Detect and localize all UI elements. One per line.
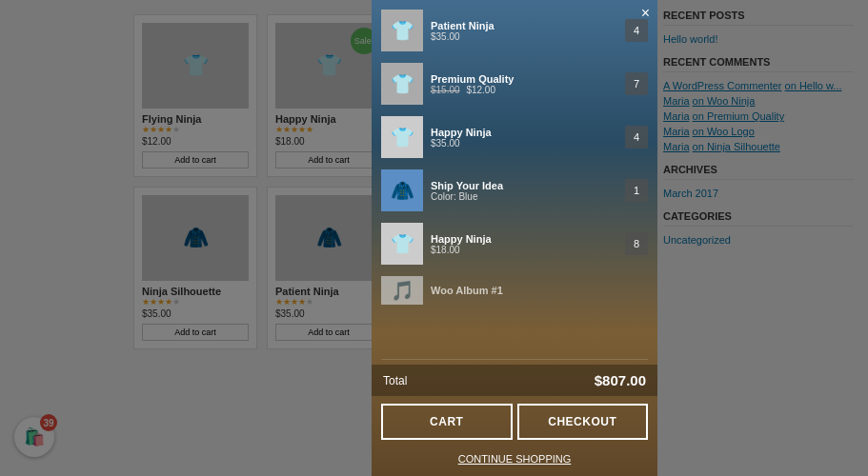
cart-modal: × 👕 Patient Ninja $35.00 4 👕 Premi	[372, 0, 657, 476]
cart-item-thumbnail: 🎵	[381, 276, 423, 305]
cart-total-label: Total	[383, 374, 407, 387]
cart-item-info: Woo Album #1	[423, 285, 648, 296]
cart-item-name: Premium Quality	[431, 73, 617, 85]
cart-item-info: Patient Ninja $35.00	[423, 20, 625, 42]
cart-item: 🧥 Ship Your Idea Color: Blue 1	[381, 169, 648, 211]
cart-item-price: $35.00	[431, 138, 617, 149]
price-old: $15.00	[431, 85, 460, 95]
cart-item-qty: 4	[625, 19, 648, 42]
cart-items-list: 👕 Patient Ninja $35.00 4 👕 Premium Quali…	[372, 0, 657, 359]
cart-item: 🎵 Woo Album #1	[381, 276, 648, 305]
cart-item: 👕 Patient Ninja $35.00 4	[381, 10, 648, 51]
cart-item-name: Woo Album #1	[431, 285, 640, 296]
cart-item-info: Premium Quality $15.00 $12.00	[423, 73, 625, 95]
cart-item-qty: 8	[625, 232, 648, 255]
cart-divider	[381, 359, 648, 360]
cart-item: 👕 Happy Ninja $18.00 8	[381, 223, 648, 265]
cart-item-name: Ship Your Idea	[431, 180, 617, 191]
cart-item-price: Color: Blue	[431, 191, 617, 202]
cart-item: 👕 Premium Quality $15.00 $12.00 7	[381, 63, 648, 105]
cart-item-name: Happy Ninja	[431, 233, 617, 245]
checkout-button[interactable]: CHECKOUT	[517, 404, 649, 440]
cart-modal-content: × 👕 Patient Ninja $35.00 4 👕 Premi	[372, 0, 657, 476]
close-button[interactable]: ×	[641, 5, 650, 22]
price-new: $12.00	[466, 85, 495, 95]
cart-total-value: $807.00	[595, 372, 646, 388]
cart-item-price: $35.00	[431, 31, 617, 42]
cart-item-info: Happy Ninja $18.00	[423, 233, 625, 255]
cart-item-info: Ship Your Idea Color: Blue	[423, 180, 625, 202]
cart-continue: CONTINUE SHOPPING	[372, 445, 657, 476]
cart-item-qty: 1	[625, 179, 648, 202]
cart-item-thumbnail: 👕	[381, 116, 423, 158]
cart-item-name: Happy Ninja	[431, 127, 617, 138]
cart-item-price: $15.00 $12.00	[431, 85, 617, 95]
cart-item: 👕 Happy Ninja $35.00 4	[381, 116, 648, 158]
cart-item-name: Patient Ninja	[431, 20, 617, 31]
cart-item-info: Happy Ninja $35.00	[423, 127, 625, 149]
cart-item-qty: 7	[625, 72, 648, 95]
cart-item-thumbnail: 👕	[381, 223, 423, 265]
continue-shopping-link[interactable]: CONTINUE SHOPPING	[458, 453, 572, 465]
cart-item-thumbnail: 👕	[381, 63, 423, 105]
cart-button[interactable]: CART	[381, 404, 513, 440]
cart-actions: CART CHECKOUT	[372, 396, 657, 445]
cart-item-thumbnail: 👕	[381, 10, 423, 51]
cart-item-price: $18.00	[431, 245, 617, 255]
cart-item-thumbnail: 🧥	[381, 169, 423, 211]
cart-item-qty: 4	[625, 126, 648, 149]
cart-total-row: Total $807.00	[372, 365, 657, 396]
